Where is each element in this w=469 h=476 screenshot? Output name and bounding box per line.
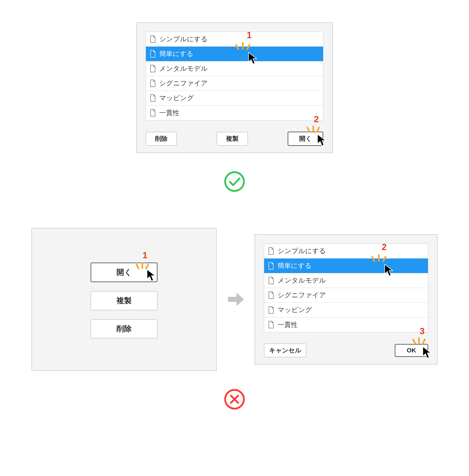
- list-item[interactable]: 簡単にする 1: [146, 47, 323, 61]
- open-button[interactable]: 開く 1: [91, 263, 157, 282]
- button-label: 開く: [117, 268, 132, 276]
- svg-line-13: [413, 340, 415, 344]
- good-panel: シンプルにする 簡単にする 1 メンタルモデル シグニファイア: [136, 22, 333, 153]
- list-item[interactable]: メンタルモデル: [146, 61, 323, 76]
- svg-line-5: [317, 128, 319, 131]
- list-item[interactable]: 簡単にする 2: [264, 259, 428, 273]
- bad-example: 開く 1 複製 削除 シンプルにする 簡単にする: [18, 228, 451, 371]
- list-item[interactable]: マッピング: [264, 303, 428, 317]
- button-row: 削除 複製 開く 2: [146, 131, 323, 146]
- good-example: シンプルにする 簡単にする 1 メンタルモデル シグニファイア: [18, 22, 451, 192]
- step-number: 3: [420, 326, 425, 336]
- svg-line-10: [372, 257, 374, 261]
- list-item[interactable]: シグニファイア: [146, 76, 323, 91]
- list-item[interactable]: 一貫性: [264, 317, 428, 332]
- list-item[interactable]: メンタルモデル: [264, 273, 428, 288]
- svg-line-7: [136, 264, 139, 269]
- svg-line-2: [247, 45, 250, 49]
- document-icon: [268, 321, 274, 328]
- list-item-label: 簡単にする: [159, 49, 193, 58]
- click-burst-icon: [305, 124, 321, 135]
- step-number: 1: [247, 30, 252, 40]
- svg-point-6: [225, 172, 244, 191]
- cursor-icon: [146, 269, 157, 282]
- list-item-label: シグニファイア: [159, 79, 208, 88]
- document-icon: [150, 94, 156, 102]
- document-icon: [150, 109, 156, 117]
- bad-status: [18, 382, 451, 410]
- list-item-label: メンタルモデル: [278, 276, 326, 285]
- button-row: キャンセル OK 3: [264, 344, 428, 357]
- svg-line-0: [236, 45, 238, 49]
- svg-line-12: [383, 257, 385, 261]
- step-number: 2: [314, 114, 319, 124]
- list-item-label: 一貫性: [278, 320, 298, 329]
- step-number: 1: [143, 250, 148, 260]
- click-burst-icon: [370, 253, 388, 265]
- document-icon: [268, 247, 274, 255]
- svg-line-9: [146, 264, 148, 269]
- bad-right-panel: シンプルにする 簡単にする 2 メンタルモデル シグニファイア: [255, 234, 437, 364]
- check-icon: [224, 171, 245, 192]
- document-icon: [150, 35, 156, 43]
- list-item-label: メンタルモデル: [159, 64, 208, 73]
- cross-icon: [224, 389, 245, 410]
- list-item[interactable]: シンプルにする: [264, 244, 428, 259]
- list-item-label: シンプルにする: [159, 34, 208, 44]
- cancel-button[interactable]: キャンセル: [264, 344, 306, 357]
- list-item-label: 一貫性: [159, 108, 179, 117]
- cursor-icon: [317, 134, 327, 147]
- vertical-button-stack: 開く 1 複製 削除: [91, 263, 157, 338]
- duplicate-button[interactable]: 複製: [217, 132, 248, 146]
- document-icon: [150, 50, 156, 58]
- svg-line-3: [307, 128, 309, 131]
- arrow-right-icon: [226, 289, 246, 309]
- document-icon: [268, 306, 274, 314]
- list-item-label: シンプルにする: [278, 246, 326, 256]
- delete-button[interactable]: 削除: [91, 319, 157, 338]
- list-item-label: マッピング: [159, 94, 194, 103]
- list-item-label: シグニファイア: [278, 291, 326, 300]
- svg-line-15: [423, 340, 425, 344]
- click-burst-icon: [234, 41, 252, 53]
- cursor-icon: [422, 346, 433, 360]
- document-icon: [150, 80, 156, 87]
- document-icon: [268, 292, 274, 299]
- file-listbox[interactable]: シンプルにする 簡単にする 2 メンタルモデル シグニファイア: [264, 244, 428, 332]
- duplicate-button[interactable]: 複製: [91, 291, 157, 310]
- bad-left-panel: 開く 1 複製 削除: [32, 228, 217, 371]
- list-item[interactable]: マッピング: [146, 91, 323, 105]
- list-item-label: 簡単にする: [278, 261, 312, 270]
- file-listbox[interactable]: シンプルにする 簡単にする 1 メンタルモデル シグニファイア: [146, 32, 323, 120]
- step-number: 2: [382, 242, 387, 252]
- list-item-label: マッピング: [278, 305, 312, 314]
- list-item[interactable]: シグニファイア: [264, 288, 428, 303]
- click-burst-icon: [411, 336, 427, 347]
- document-icon: [268, 262, 274, 270]
- document-icon: [150, 65, 156, 72]
- list-item[interactable]: 一貫性: [146, 105, 323, 120]
- document-icon: [268, 277, 274, 284]
- delete-button[interactable]: 削除: [146, 132, 177, 146]
